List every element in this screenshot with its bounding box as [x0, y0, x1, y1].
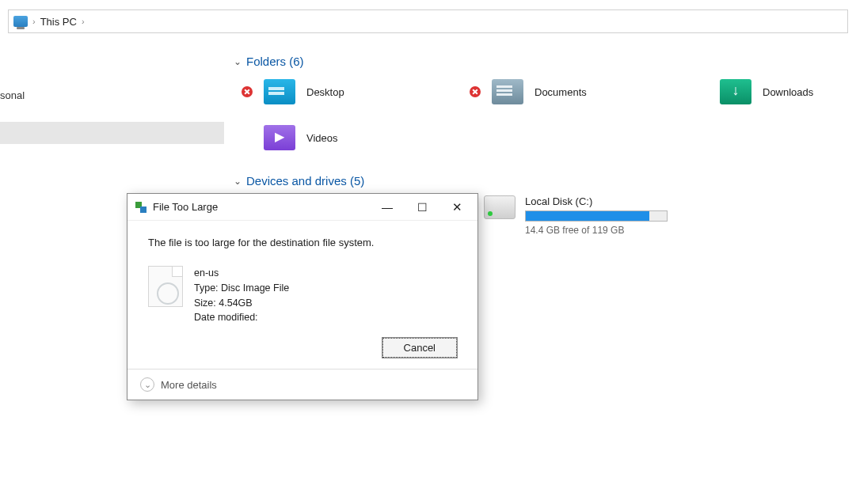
chevron-down-icon: ⌄: [234, 176, 242, 187]
folder-item-documents[interactable]: Documents: [470, 76, 675, 108]
file-details: en-us Type: Disc Image File Size: 4.54GB…: [148, 266, 457, 325]
minimize-button[interactable]: ―: [370, 195, 405, 219]
sync-error-icon: [242, 86, 253, 97]
file-meta: en-us Type: Disc Image File Size: 4.54GB…: [194, 266, 289, 325]
capacity-bar: [525, 210, 668, 222]
section-title: Devices and drives (5): [246, 174, 364, 188]
folders-section-header[interactable]: ⌄ Folders (6): [234, 55, 856, 68]
capacity-text: 14.4 GB free of 119 GB: [525, 225, 668, 236]
folders-grid: Desktop Documents Downloads Videos: [242, 76, 856, 153]
more-details-label: More details: [161, 379, 217, 391]
dialog-titlebar[interactable]: File Too Large ― ☐ ✕: [127, 194, 477, 221]
dialog-buttons: Cancel: [148, 338, 457, 358]
sidebar-item-personal[interactable]: sonal: [0, 44, 224, 108]
file-size: Size: 4.54GB: [194, 296, 289, 311]
folder-label: Desktop: [306, 86, 344, 98]
drive-item-local-c[interactable]: Local Disk (C:) 14.4 GB free of 119 GB: [484, 195, 668, 236]
folder-label: Downloads: [763, 86, 813, 98]
chevron-right-icon: ›: [82, 17, 85, 26]
file-type: Type: Disc Image File: [194, 281, 289, 296]
sidebar-item-selected[interactable]: [0, 122, 224, 144]
folder-item-videos[interactable]: Videos: [242, 122, 447, 153]
copy-icon: [135, 202, 146, 213]
chevron-right-icon: ›: [32, 17, 36, 26]
sidebar-item-label: sonal: [0, 89, 25, 101]
breadcrumb-location[interactable]: This PC: [40, 16, 77, 28]
chevron-down-icon: ⌄: [140, 377, 154, 392]
dialog-title: File Too Large: [153, 201, 218, 213]
folder-icon: [264, 79, 295, 104]
folder-label: Videos: [306, 132, 338, 144]
dialog-footer[interactable]: ⌄ More details: [127, 369, 477, 400]
cancel-button[interactable]: Cancel: [382, 338, 457, 358]
error-dialog: File Too Large ― ☐ ✕ The file is too lar…: [127, 193, 478, 400]
address-bar[interactable]: › This PC ›: [8, 9, 848, 33]
folder-icon: [492, 79, 523, 104]
drives-section-header[interactable]: ⌄ Devices and drives (5): [234, 174, 856, 188]
file-modified: Date modified:: [194, 310, 289, 325]
dialog-message: The file is too large for the destinatio…: [148, 237, 457, 248]
pc-icon: [13, 16, 28, 27]
drive-label: Local Disk (C:): [525, 195, 668, 207]
folder-icon: [264, 125, 295, 150]
file-name: en-us: [194, 266, 289, 281]
disc-image-icon: [148, 266, 183, 307]
folder-icon: [720, 79, 751, 104]
sync-error-icon: [470, 86, 481, 97]
window-controls: ― ☐ ✕: [370, 195, 474, 219]
close-button[interactable]: ✕: [439, 195, 474, 219]
folder-item-desktop[interactable]: Desktop: [242, 76, 447, 108]
disk-icon: [484, 195, 516, 219]
dialog-body: The file is too large for the destinatio…: [127, 221, 477, 369]
capacity-fill: [526, 211, 649, 221]
section-title: Folders (6): [246, 55, 304, 68]
chevron-down-icon: ⌄: [234, 56, 242, 67]
drive-info: Local Disk (C:) 14.4 GB free of 119 GB: [525, 195, 668, 236]
folder-item-downloads[interactable]: Downloads: [698, 76, 856, 108]
folder-label: Documents: [535, 86, 587, 98]
maximize-button[interactable]: ☐: [405, 195, 439, 219]
